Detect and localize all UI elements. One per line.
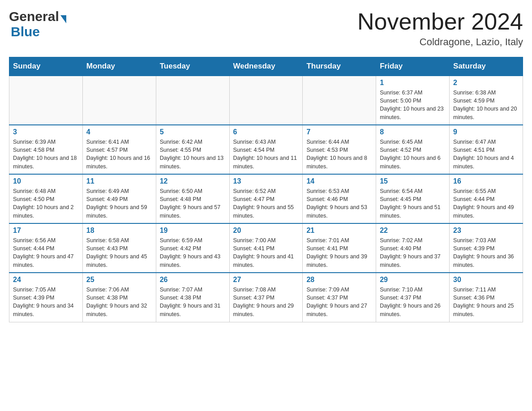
day-info: Sunrise: 6:38 AM Sunset: 4:59 PM Dayligh… <box>453 89 519 121</box>
calendar-day-cell: 14Sunrise: 6:53 AM Sunset: 4:46 PM Dayli… <box>303 174 376 223</box>
calendar-day-cell: 17Sunrise: 6:56 AM Sunset: 4:44 PM Dayli… <box>9 223 83 273</box>
day-number: 9 <box>453 128 519 136</box>
day-number: 16 <box>453 177 519 185</box>
day-number: 18 <box>86 227 152 235</box>
calendar-day-cell <box>9 76 83 125</box>
day-info: Sunrise: 6:45 AM Sunset: 4:52 PM Dayligh… <box>380 138 446 171</box>
calendar-week-row: 1Sunrise: 6:37 AM Sunset: 5:00 PM Daylig… <box>9 76 523 125</box>
day-info: Sunrise: 7:07 AM Sunset: 4:38 PM Dayligh… <box>160 286 226 318</box>
day-info: Sunrise: 7:10 AM Sunset: 4:37 PM Dayligh… <box>380 286 446 318</box>
day-number: 23 <box>453 227 519 235</box>
day-info: Sunrise: 6:48 AM Sunset: 4:50 PM Dayligh… <box>13 187 79 220</box>
day-number: 26 <box>160 276 226 284</box>
day-info: Sunrise: 6:43 AM Sunset: 4:54 PM Dayligh… <box>233 138 299 171</box>
day-number: 2 <box>453 79 519 87</box>
calendar-day-cell <box>156 76 229 125</box>
day-info: Sunrise: 6:47 AM Sunset: 4:51 PM Dayligh… <box>453 138 519 171</box>
calendar-day-cell: 2Sunrise: 6:38 AM Sunset: 4:59 PM Daylig… <box>450 76 523 125</box>
day-number: 22 <box>380 227 446 235</box>
day-info: Sunrise: 6:55 AM Sunset: 4:44 PM Dayligh… <box>453 187 519 220</box>
day-info: Sunrise: 7:06 AM Sunset: 4:38 PM Dayligh… <box>86 286 152 318</box>
calendar-week-row: 10Sunrise: 6:48 AM Sunset: 4:50 PM Dayli… <box>9 174 523 223</box>
day-number: 11 <box>86 177 152 185</box>
day-of-week-header: Wednesday <box>229 57 303 76</box>
day-info: Sunrise: 7:11 AM Sunset: 4:36 PM Dayligh… <box>453 286 519 318</box>
logo: General Blue <box>9 9 66 39</box>
day-of-week-header: Thursday <box>303 57 376 76</box>
calendar-day-cell: 19Sunrise: 6:59 AM Sunset: 4:42 PM Dayli… <box>156 223 229 273</box>
day-info: Sunrise: 7:03 AM Sunset: 4:39 PM Dayligh… <box>453 236 519 269</box>
calendar-week-row: 17Sunrise: 6:56 AM Sunset: 4:44 PM Dayli… <box>9 223 523 273</box>
day-info: Sunrise: 6:58 AM Sunset: 4:43 PM Dayligh… <box>86 236 152 269</box>
day-number: 30 <box>453 276 519 284</box>
day-info: Sunrise: 6:44 AM Sunset: 4:53 PM Dayligh… <box>306 138 372 171</box>
day-number: 1 <box>380 79 446 87</box>
day-of-week-header: Saturday <box>450 57 523 76</box>
calendar-day-cell <box>303 76 376 125</box>
day-number: 12 <box>160 177 226 185</box>
day-number: 5 <box>160 128 226 136</box>
day-info: Sunrise: 7:02 AM Sunset: 4:40 PM Dayligh… <box>380 236 446 269</box>
day-info: Sunrise: 7:01 AM Sunset: 4:41 PM Dayligh… <box>306 236 372 269</box>
calendar-day-cell: 6Sunrise: 6:43 AM Sunset: 4:54 PM Daylig… <box>229 125 303 174</box>
calendar-day-cell <box>229 76 303 125</box>
day-info: Sunrise: 6:56 AM Sunset: 4:44 PM Dayligh… <box>13 236 79 269</box>
day-number: 20 <box>233 227 299 235</box>
day-number: 17 <box>13 227 79 235</box>
calendar-table: SundayMondayTuesdayWednesdayThursdayFrid… <box>9 57 523 322</box>
calendar-day-cell: 16Sunrise: 6:55 AM Sunset: 4:44 PM Dayli… <box>450 174 523 223</box>
calendar-day-cell: 30Sunrise: 7:11 AM Sunset: 4:36 PM Dayli… <box>450 273 523 322</box>
title-block: November 2024 Coldragone, Lazio, Italy <box>357 9 523 48</box>
day-info: Sunrise: 7:08 AM Sunset: 4:37 PM Dayligh… <box>233 286 299 318</box>
day-number: 15 <box>380 177 446 185</box>
calendar-day-cell: 29Sunrise: 7:10 AM Sunset: 4:37 PM Dayli… <box>376 273 450 322</box>
page-header: General Blue November 2024 Coldragone, L… <box>9 9 523 48</box>
calendar-day-cell: 1Sunrise: 6:37 AM Sunset: 5:00 PM Daylig… <box>376 76 450 125</box>
day-number: 8 <box>380 128 446 136</box>
day-info: Sunrise: 7:09 AM Sunset: 4:37 PM Dayligh… <box>306 286 372 318</box>
day-number: 13 <box>233 177 299 185</box>
day-number: 19 <box>160 227 226 235</box>
calendar-day-cell: 28Sunrise: 7:09 AM Sunset: 4:37 PM Dayli… <box>303 273 376 322</box>
calendar-day-cell: 10Sunrise: 6:48 AM Sunset: 4:50 PM Dayli… <box>9 174 83 223</box>
calendar-day-cell: 7Sunrise: 6:44 AM Sunset: 4:53 PM Daylig… <box>303 125 376 174</box>
calendar-day-cell: 22Sunrise: 7:02 AM Sunset: 4:40 PM Dayli… <box>376 223 450 273</box>
day-number: 27 <box>233 276 299 284</box>
calendar-day-cell: 5Sunrise: 6:42 AM Sunset: 4:55 PM Daylig… <box>156 125 229 174</box>
day-number: 29 <box>380 276 446 284</box>
day-number: 7 <box>306 128 372 136</box>
day-of-week-header: Friday <box>376 57 450 76</box>
day-number: 14 <box>306 177 372 185</box>
calendar-day-cell: 21Sunrise: 7:01 AM Sunset: 4:41 PM Dayli… <box>303 223 376 273</box>
day-info: Sunrise: 7:00 AM Sunset: 4:41 PM Dayligh… <box>233 236 299 269</box>
day-info: Sunrise: 6:37 AM Sunset: 5:00 PM Dayligh… <box>380 89 446 121</box>
calendar-day-cell: 23Sunrise: 7:03 AM Sunset: 4:39 PM Dayli… <box>450 223 523 273</box>
day-info: Sunrise: 7:05 AM Sunset: 4:39 PM Dayligh… <box>13 286 79 318</box>
day-info: Sunrise: 6:49 AM Sunset: 4:49 PM Dayligh… <box>86 187 152 220</box>
calendar-day-cell: 15Sunrise: 6:54 AM Sunset: 4:45 PM Dayli… <box>376 174 450 223</box>
main-title: November 2024 <box>357 9 523 34</box>
day-number: 28 <box>306 276 372 284</box>
day-info: Sunrise: 6:54 AM Sunset: 4:45 PM Dayligh… <box>380 187 446 220</box>
day-number: 25 <box>86 276 152 284</box>
calendar-day-cell: 4Sunrise: 6:41 AM Sunset: 4:57 PM Daylig… <box>82 125 156 174</box>
day-info: Sunrise: 6:59 AM Sunset: 4:42 PM Dayligh… <box>160 236 226 269</box>
day-info: Sunrise: 6:39 AM Sunset: 4:58 PM Dayligh… <box>13 138 79 171</box>
day-number: 3 <box>13 128 79 136</box>
logo-general-text: General <box>9 9 66 24</box>
day-number: 24 <box>13 276 79 284</box>
day-info: Sunrise: 6:50 AM Sunset: 4:48 PM Dayligh… <box>160 187 226 220</box>
subtitle: Coldragone, Lazio, Italy <box>357 36 523 48</box>
calendar-day-cell: 24Sunrise: 7:05 AM Sunset: 4:39 PM Dayli… <box>9 273 83 322</box>
day-of-week-header: Tuesday <box>156 57 229 76</box>
logo-blue-text: Blue <box>11 24 40 39</box>
calendar-day-cell: 25Sunrise: 7:06 AM Sunset: 4:38 PM Dayli… <box>82 273 156 322</box>
day-of-week-header: Monday <box>82 57 156 76</box>
calendar-day-cell: 13Sunrise: 6:52 AM Sunset: 4:47 PM Dayli… <box>229 174 303 223</box>
calendar-day-cell: 18Sunrise: 6:58 AM Sunset: 4:43 PM Dayli… <box>82 223 156 273</box>
day-info: Sunrise: 6:41 AM Sunset: 4:57 PM Dayligh… <box>86 138 152 171</box>
calendar-header-row: SundayMondayTuesdayWednesdayThursdayFrid… <box>9 57 523 76</box>
calendar-week-row: 3Sunrise: 6:39 AM Sunset: 4:58 PM Daylig… <box>9 125 523 174</box>
calendar-day-cell: 3Sunrise: 6:39 AM Sunset: 4:58 PM Daylig… <box>9 125 83 174</box>
calendar-week-row: 24Sunrise: 7:05 AM Sunset: 4:39 PM Dayli… <box>9 273 523 322</box>
